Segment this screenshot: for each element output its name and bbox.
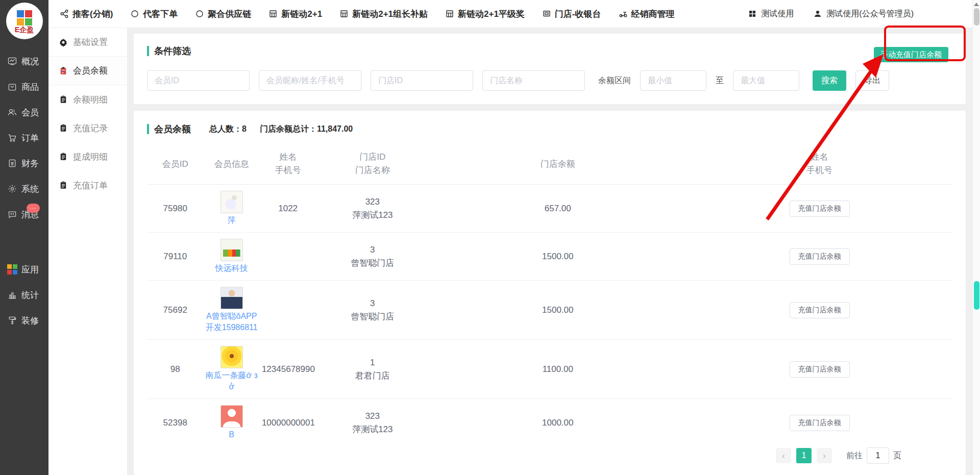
store-name-input[interactable] xyxy=(482,70,585,91)
max-balance-input[interactable] xyxy=(733,70,799,91)
recharge-store-balance-button[interactable]: 充值门店余额 xyxy=(790,415,850,431)
next-page-button[interactable]: › xyxy=(817,448,832,463)
apps-color-icon xyxy=(7,264,17,274)
member-info-cell: A曾智聪ǒAPP开发15986811 xyxy=(203,287,259,333)
current-user[interactable]: 测试使用(公众号管理员) xyxy=(813,9,914,19)
submenu-item-3[interactable]: 充值记录 xyxy=(48,114,127,142)
scrollbar-thumb-top[interactable] xyxy=(974,8,979,26)
submenu-item-0[interactable]: 基础设置 xyxy=(48,28,127,57)
sidebar-item-label: 财务 xyxy=(21,158,39,169)
action-cell: 充值门店余额 xyxy=(687,248,952,265)
sidebar-item-message[interactable]: 消息... xyxy=(0,202,48,227)
member-table: 会员ID 会员信息 姓名手机号 门店ID门店名称 门店余额 姓名手机号 7598… xyxy=(147,146,952,440)
topnav-item-label: 新链动2+1 xyxy=(281,8,322,20)
submenu-item-2[interactable]: 余额明细 xyxy=(48,85,127,114)
recharge-store-balance-button[interactable]: 充值门店余额 xyxy=(790,361,850,378)
min-balance-input[interactable] xyxy=(640,70,706,91)
recharge-store-balance-button[interactable]: 充值门店余额 xyxy=(790,248,850,265)
sidebar-item-stats[interactable]: 统计 xyxy=(0,282,48,308)
store-name-text: 曾智聪门店 xyxy=(318,310,427,323)
grid-icon xyxy=(445,9,454,18)
store-name-text: 萍测试123 xyxy=(318,209,427,222)
sidebar-item-order[interactable]: 订单 xyxy=(0,125,48,151)
store-id-text: 323 xyxy=(318,195,427,209)
goto-page-input[interactable] xyxy=(867,447,889,464)
header-balance: 门店余额 xyxy=(429,158,687,170)
sidebar-item-goods[interactable]: 商品 xyxy=(0,74,48,99)
member-name-link[interactable]: B xyxy=(229,429,234,440)
recharge-store-balance-button[interactable]: 充值门店余额 xyxy=(790,201,850,217)
pagination: ‹ 1 › 前往 页 xyxy=(147,440,952,470)
search-button[interactable]: 搜索 xyxy=(813,70,846,91)
topnav-item-5[interactable]: 新链动2+1平级奖 xyxy=(445,8,525,20)
name-phone-cell: 1022 xyxy=(260,204,316,214)
member-name-link[interactable]: A曾智聪ǒAPP开发15986811 xyxy=(205,311,257,333)
store-cell: 323 萍测试123 xyxy=(316,410,429,436)
action-cell: 充值门店余额 xyxy=(687,415,952,431)
submenu-item-4[interactable]: 提成明细 xyxy=(48,142,127,171)
member-avatar xyxy=(220,287,243,309)
page-scrollbar[interactable] xyxy=(972,0,980,475)
apps-icon xyxy=(748,9,757,18)
summary-stats: 总人数：8 门店余额总计：11,847.00 xyxy=(209,124,353,135)
topnav-item-label: 新链动2+1组长补贴 xyxy=(352,8,428,20)
sidebar-item-finance[interactable]: 财务 xyxy=(0,151,48,176)
submenu-item-label: 余额明细 xyxy=(73,94,108,106)
name-phone-cell: 12345678990 xyxy=(260,364,316,374)
topnav-item-2[interactable]: 聚合供应链 xyxy=(195,8,251,20)
topnav-item-7[interactable]: 经销商管理 xyxy=(619,8,675,20)
scroll-up-icon[interactable] xyxy=(974,3,979,6)
topnav-item-3[interactable]: 新链动2+1 xyxy=(268,8,322,20)
member-balance-title: 会员余额 xyxy=(147,123,191,135)
sidebar-item-apps-color[interactable]: 应用 xyxy=(0,257,48,282)
topnav-item-0[interactable]: 推客(分销) xyxy=(60,8,113,20)
store-name-text: 君君门店 xyxy=(318,369,427,383)
goto-label: 前往 xyxy=(846,451,863,461)
manual-recharge-button[interactable]: 手动充值门店余额 xyxy=(874,47,948,62)
sidebar-gap xyxy=(0,227,48,257)
grid-icon xyxy=(268,9,278,18)
sidebar-item-overview[interactable]: 概况 xyxy=(0,48,48,74)
goto-page: 前往 页 xyxy=(846,447,901,464)
submenu-item-5[interactable]: 充值订单 xyxy=(48,171,127,199)
submenu-item-1[interactable]: 会员余额 xyxy=(48,57,127,85)
scrollbar-thumb-teal[interactable] xyxy=(974,281,979,310)
action-cell: 充值门店余额 xyxy=(687,361,952,378)
recharge-store-balance-button[interactable]: 充值门店余额 xyxy=(790,302,850,318)
prev-page-button[interactable]: ‹ xyxy=(776,448,791,463)
range-to-label: 至 xyxy=(716,76,724,86)
sidebar-item-system[interactable]: 系统 xyxy=(0,176,48,202)
topnav-item-4[interactable]: 新链动2+1组长补贴 xyxy=(339,8,428,20)
sidebar-item-member[interactable]: 会员 xyxy=(0,99,48,125)
member-info-cell: 快远科技 xyxy=(203,239,259,274)
member-name-link[interactable]: 萍 xyxy=(228,215,236,226)
member-name-input[interactable] xyxy=(259,70,361,91)
store-id-input[interactable] xyxy=(371,70,473,91)
member-avatar xyxy=(220,191,243,213)
member-name-link[interactable]: 快远科技 xyxy=(215,263,248,274)
sidebar-item-decorate[interactable]: 装修 xyxy=(0,308,48,333)
topnav-item-label: 门店-收银台 xyxy=(555,8,601,20)
clipboard-icon xyxy=(59,95,68,104)
table-row: 52398 B 10000000001 323 萍测试123 1000.00 充… xyxy=(147,399,952,440)
store-id-text: 1 xyxy=(318,356,427,369)
export-button[interactable]: 导出 xyxy=(855,70,889,91)
workspace-switcher[interactable]: 测试使用 xyxy=(748,9,794,19)
member-id-cell: 75980 xyxy=(147,204,203,214)
page-number-1[interactable]: 1 xyxy=(796,448,812,463)
app-logo[interactable]: E企盈 xyxy=(6,3,43,39)
total-count: 总人数：8 xyxy=(209,124,247,135)
header-name-phone: 姓名手机号 xyxy=(260,151,316,177)
message-badge: ... xyxy=(27,204,40,213)
member-id-input[interactable] xyxy=(147,70,250,91)
topbar: 推客(分销)代客下单聚合供应链新链动2+1新链动2+1组长补贴新链动2+1平级奖… xyxy=(48,0,980,28)
store-balance-cell: 657.00 xyxy=(429,204,687,214)
topnav-item-6[interactable]: 门店-收银台 xyxy=(542,8,601,20)
table-row: 98 南瓜一条藤ớ з ở 12345678990 1 君君门店 1100.00… xyxy=(147,340,952,399)
member-id-cell: 98 xyxy=(147,364,203,374)
table-header-row: 会员ID 会员信息 姓名手机号 门店ID门店名称 门店余额 姓名手机号 xyxy=(147,146,952,185)
topnav-item-1[interactable]: 代客下单 xyxy=(130,8,178,20)
topnav-item-label: 新链动2+1平级奖 xyxy=(458,8,525,20)
member-name-link[interactable]: 南瓜一条藤ớ з ở xyxy=(205,370,257,392)
store-cell: 3 曾智聪门店 xyxy=(316,243,429,270)
